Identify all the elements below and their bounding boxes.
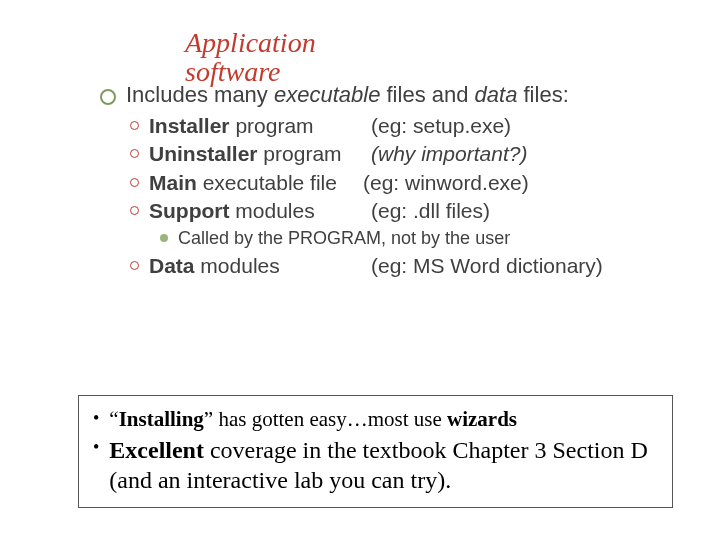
box-text-1: “Installing” has gotten easy…most use wi…: [109, 406, 517, 433]
ring-bullet-icon: [130, 121, 139, 130]
ring-bullet-icon: [130, 206, 139, 215]
bullet-disc-icon: [100, 89, 116, 105]
item-rest: executable file: [197, 171, 337, 194]
box1-bold: Installing: [119, 407, 204, 431]
content-area: Includes many executable files and data …: [100, 82, 660, 281]
item-rest: program: [258, 142, 342, 165]
q-open: “: [109, 407, 118, 431]
item-rest: modules: [195, 254, 280, 277]
list-item: Support modules(eg: .dll files): [130, 197, 660, 225]
item-text: Main executable file(eg: winword.exe): [149, 169, 529, 197]
item-text: Data modules(eg: MS Word dictionary): [149, 252, 603, 280]
intro-prefix: Includes many: [126, 82, 274, 107]
intro-em2: data: [475, 82, 518, 107]
intro-suffix: files:: [517, 82, 568, 107]
item-paren: (eg: setup.exe): [371, 114, 511, 137]
item-text: Uninstaller program(why important?): [149, 140, 527, 168]
intro-bullet: Includes many executable files and data …: [100, 82, 660, 108]
list-item: Uninstaller program(why important?): [130, 140, 660, 168]
callout-box: • “Installing” has gotten easy…most use …: [78, 395, 673, 508]
slide-title: Application software: [185, 28, 385, 87]
item-paren: (eg: winword.exe): [363, 171, 529, 194]
item-paren: (why important?): [371, 142, 527, 165]
item-bold: Installer: [149, 114, 230, 137]
box1-bold2: wizards: [447, 407, 517, 431]
list-item: Installer program(eg: setup.exe): [130, 112, 660, 140]
ring-bullet-icon: [130, 178, 139, 187]
ring-bullet-icon: [130, 149, 139, 158]
item-paren: (eg: .dll files): [371, 199, 490, 222]
item-bold: Main: [149, 171, 197, 194]
item-text: Installer program(eg: setup.exe): [149, 112, 511, 140]
box-text-2: Excellent coverage in the textbook Chapt…: [109, 435, 658, 495]
title-line1: Application: [185, 27, 316, 58]
sub-list: Installer program(eg: setup.exe) Uninsta…: [130, 112, 660, 281]
item-bold: Data: [149, 254, 195, 277]
box1-mid: ” has gotten easy…most use: [204, 407, 447, 431]
box-item-2: • Excellent coverage in the textbook Cha…: [93, 435, 658, 495]
item-text: Support modules(eg: .dll files): [149, 197, 490, 225]
item-rest: program: [230, 114, 314, 137]
intro-mid: files and: [380, 82, 474, 107]
sub-note: Called by the PROGRAM, not by the user: [160, 225, 660, 252]
subnote-text: Called by the PROGRAM, not by the user: [178, 225, 510, 252]
item-bold: Support: [149, 199, 229, 222]
box-item-1: • “Installing” has gotten easy…most use …: [93, 406, 658, 433]
item-rest: modules: [229, 199, 314, 222]
ring-bullet-icon: [130, 261, 139, 270]
bullet-dot-icon: •: [93, 435, 99, 460]
list-item: Main executable file(eg: winword.exe): [130, 169, 660, 197]
intro-text: Includes many executable files and data …: [126, 82, 569, 108]
item-paren: (eg: MS Word dictionary): [371, 254, 603, 277]
dot-bullet-icon: [160, 234, 168, 242]
item-bold: Uninstaller: [149, 142, 258, 165]
box2-bold: Excellent: [109, 437, 204, 463]
list-item: Data modules(eg: MS Word dictionary): [130, 252, 660, 280]
intro-em1: executable: [274, 82, 380, 107]
bullet-dot-icon: •: [93, 406, 99, 431]
